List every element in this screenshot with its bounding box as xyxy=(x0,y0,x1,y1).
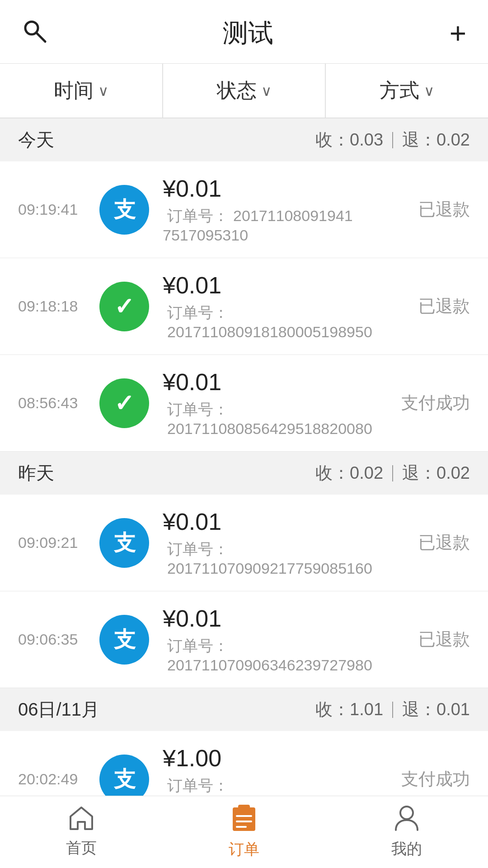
tx-amount: ¥0.01 xyxy=(163,508,405,535)
page-title: 测试 xyxy=(223,16,273,51)
status-filter-arrow: ∨ xyxy=(261,82,272,99)
nav-item-orders[interactable]: 订单 xyxy=(163,797,325,867)
method-filter[interactable]: 方式 ∨ xyxy=(326,64,488,118)
section-header-nov6: 06日/11月 收：1.01 退：0.01 xyxy=(0,688,488,731)
status-filter[interactable]: 状态 ∨ xyxy=(163,64,326,118)
tx-amount: ¥0.01 xyxy=(163,605,405,632)
home-icon xyxy=(69,806,94,834)
tx-amount: ¥1.00 xyxy=(163,745,388,772)
nav-label-home: 首页 xyxy=(66,838,97,859)
table-row[interactable]: 09:06:35 支 ¥0.01 订单号：2017110709063462397… xyxy=(0,591,488,688)
tx-details: ¥0.01 订单号：201711080918180005198950 xyxy=(163,272,405,341)
tx-status: 已退款 xyxy=(418,531,470,554)
bottom-nav: 首页 订单 我的 xyxy=(0,796,488,868)
nav-item-profile[interactable]: 我的 xyxy=(325,797,488,867)
tx-order: 订单号：201711070906346239727980 xyxy=(163,636,405,674)
search-icon[interactable] xyxy=(22,18,47,49)
alipay-icon: 支 xyxy=(99,615,149,665)
svg-point-7 xyxy=(400,807,413,819)
section-header-today: 今天 收：0.03 退：0.02 xyxy=(0,118,488,161)
svg-line-1 xyxy=(37,33,45,42)
tx-time: 09:18:18 xyxy=(18,297,86,315)
time-filter[interactable]: 时间 ∨ xyxy=(0,64,163,118)
alipay-icon: 支 xyxy=(99,185,149,235)
svg-rect-3 xyxy=(239,805,249,811)
wechat-icon: ✓ xyxy=(99,378,149,428)
tx-amount: ¥0.01 xyxy=(163,272,405,299)
tx-amount: ¥0.01 xyxy=(163,175,405,202)
tx-time: 09:06:35 xyxy=(18,631,86,648)
main-content: 今天 收：0.03 退：0.02 09:19:41 支 ¥0.01 订单号：20… xyxy=(0,118,488,868)
tx-status: 已退款 xyxy=(418,628,470,651)
tx-order: 订单号：201711080856429518820080 xyxy=(163,399,388,438)
table-row[interactable]: 09:18:18 ✓ ¥0.01 订单号：2017110809181800051… xyxy=(0,258,488,355)
time-filter-label: 时间 xyxy=(54,77,94,104)
method-filter-label: 方式 xyxy=(380,77,419,104)
tx-details: ¥0.01 订单号：201711070909217759085160 xyxy=(163,508,405,577)
tx-time: 20:02:49 xyxy=(18,770,86,788)
section-title-nov6: 06日/11月 xyxy=(18,697,99,722)
status-filter-label: 状态 xyxy=(217,77,257,104)
time-filter-arrow: ∨ xyxy=(98,82,108,99)
tx-status: 已退款 xyxy=(418,198,470,221)
alipay-icon: 支 xyxy=(99,518,149,568)
tx-details: ¥0.01 订单号：20171108091941​7517095310 xyxy=(163,175,405,244)
yesterday-income: 收：0.02 xyxy=(315,462,383,485)
summary-divider xyxy=(392,702,393,718)
tx-order: 订单号：20171108091941​7517095310 xyxy=(163,206,405,244)
tx-status: 支付成功 xyxy=(401,768,470,791)
app-header: 测试 + xyxy=(0,0,488,64)
section-summary-yesterday: 收：0.02 退：0.02 xyxy=(315,462,470,485)
today-income: 收：0.03 xyxy=(315,128,383,151)
table-row[interactable]: 09:09:21 支 ¥0.01 订单号：2017110709092177590… xyxy=(0,495,488,591)
summary-divider xyxy=(392,132,393,148)
yesterday-refund: 退：0.02 xyxy=(402,462,470,485)
method-filter-arrow: ∨ xyxy=(424,82,434,99)
tx-time: 09:19:41 xyxy=(18,201,86,218)
nov6-income: 收：1.01 xyxy=(315,698,383,721)
tx-status: 支付成功 xyxy=(401,392,470,415)
tx-details: ¥0.01 订单号：201711070906346239727980 xyxy=(163,605,405,674)
section-header-yesterday: 昨天 收：0.02 退：0.02 xyxy=(0,452,488,495)
tx-time: 08:56:43 xyxy=(18,394,86,412)
tx-time: 09:09:21 xyxy=(18,534,86,552)
tx-amount: ¥0.01 xyxy=(163,368,388,396)
filter-bar: 时间 ∨ 状态 ∨ 方式 ∨ xyxy=(0,64,488,118)
tx-order: 订单号：201711070909217759085160 xyxy=(163,539,405,577)
section-title-today: 今天 xyxy=(18,127,54,152)
summary-divider xyxy=(392,465,393,481)
nav-label-profile: 我的 xyxy=(391,839,422,859)
tx-details: ¥0.01 订单号：201711080856429518820080 xyxy=(163,368,388,438)
section-title-yesterday: 昨天 xyxy=(18,461,54,486)
section-summary-today: 收：0.03 退：0.02 xyxy=(315,128,470,151)
tx-order: 订单号：201711080918180005198950 xyxy=(163,302,405,341)
nav-item-home[interactable]: 首页 xyxy=(0,798,163,866)
section-summary-nov6: 收：1.01 退：0.01 xyxy=(315,698,470,721)
tx-status: 已退款 xyxy=(418,295,470,318)
profile-icon xyxy=(395,805,418,835)
nov6-refund: 退：0.01 xyxy=(402,698,470,721)
today-refund: 退：0.02 xyxy=(402,128,470,151)
add-icon[interactable]: + xyxy=(450,19,466,48)
wechat-icon: ✓ xyxy=(99,282,149,331)
orders-icon xyxy=(232,804,256,835)
nav-label-orders: 订单 xyxy=(229,839,259,860)
table-row[interactable]: 09:19:41 支 ¥0.01 订单号：20171108091941​7517… xyxy=(0,161,488,258)
table-row[interactable]: 08:56:43 ✓ ¥0.01 订单号：2017110808564295188… xyxy=(0,355,488,452)
